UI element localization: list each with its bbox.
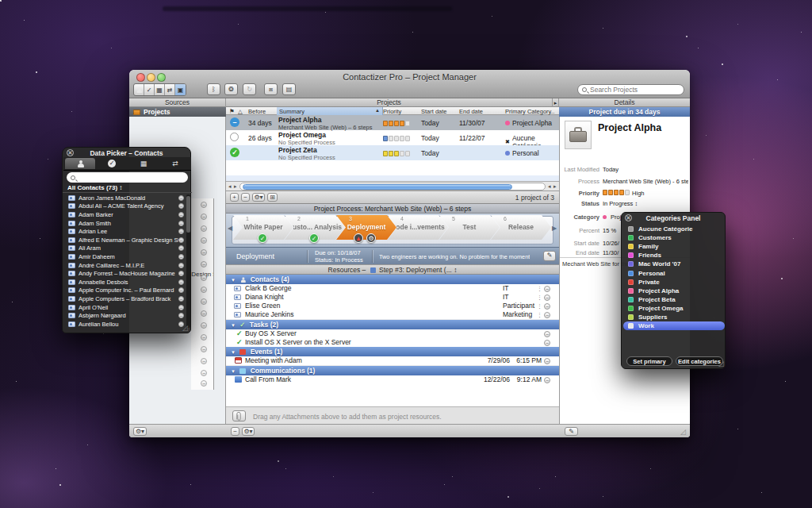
picker-list-header[interactable]: All Contacts (73) ↕ (63, 184, 192, 193)
picker-contact-row[interactable]: André Caillarec – M.I.P.E− (63, 261, 186, 270)
remove-circle-icon[interactable]: − (178, 313, 184, 318)
status-paused-icon[interactable]: – (230, 117, 239, 127)
picker-contact-row[interactable]: Apple Computer Inc. – Paul Bernard− (63, 287, 186, 295)
disclosure-triangle-icon[interactable]: ▼ (231, 369, 236, 374)
contacts-group-bar[interactable]: ▼ Contacts (4) (226, 275, 559, 284)
resize-grip[interactable]: ◿ (680, 428, 686, 436)
scrollbar-thumb[interactable] (243, 184, 512, 190)
remove-circle-icon[interactable]: − (544, 286, 550, 292)
table-row-project-omega[interactable]: 26 days Project OmegaNo Specified Proces… (226, 130, 559, 145)
resize-grip[interactable]: ◿ (718, 360, 724, 368)
scroll-left-icon[interactable]: ◂ (228, 183, 232, 190)
resources-header[interactable]: Resources – Step #3: Deployment (... ↕ (226, 264, 559, 275)
tab-calendar[interactable]: ▦ (128, 157, 159, 170)
category-item[interactable]: Mac World '07 (623, 260, 725, 268)
col-primary-category[interactable]: Primary Category (505, 108, 551, 115)
picker-contact-row[interactable]: Asbjørn Nørgaard− (63, 311, 186, 320)
import-button[interactable]: ⧈ (264, 83, 278, 95)
status-open-icon[interactable] (230, 133, 239, 141)
picker-contact-row[interactable]: Amir Daheem− (63, 252, 186, 261)
remove-circle-icon[interactable]: − (178, 203, 184, 209)
alert-column-icon[interactable]: △ (238, 108, 243, 115)
start-date-value[interactable]: 10/26/ (603, 240, 619, 247)
remove-circle-icon[interactable]: − (178, 229, 184, 234)
disclosure-triangle-icon[interactable]: ▼ (231, 350, 236, 355)
picker-contact-row[interactable]: Ali Aram− (63, 244, 186, 253)
contact-row[interactable]: Maurice JenkinsMarketing ⋮− (226, 310, 559, 319)
scrollbar-track[interactable] (239, 183, 546, 190)
communication-row[interactable]: Call From Mark 12/22/06 9:12 AM − (226, 375, 559, 384)
picker-search-field[interactable] (67, 172, 188, 183)
category-item[interactable]: Aucune Catégorie (623, 225, 725, 233)
remove-circle-icon[interactable]: − (178, 279, 184, 285)
category-item[interactable]: Project Omega (623, 304, 725, 313)
contact-row[interactable]: Clark B GeorgeIT ⋮− (226, 284, 559, 293)
table-hscrollbar[interactable]: ◂ ▸ ◂ ▸ (226, 181, 559, 190)
projects-view-icon[interactable]: ▣ (175, 84, 186, 95)
picker-contact-row[interactable]: Annabelle Desbois− (63, 278, 186, 287)
remove-circle-icon[interactable]: − (178, 212, 184, 217)
category-item[interactable]: Suppliers (623, 313, 725, 321)
contact-row[interactable]: Diana KnightIT ⋮− (226, 293, 559, 302)
remove-circle-icon[interactable]: − (178, 271, 184, 276)
scrollbar-thumb[interactable] (186, 196, 190, 233)
col-end-date[interactable]: End date (459, 108, 483, 115)
search-field[interactable] (577, 84, 684, 95)
category-item[interactable]: Personal (623, 268, 725, 277)
scroll-right-icon[interactable]: ▸ (234, 183, 237, 190)
archive-button[interactable]: ▤ (282, 83, 296, 95)
end-date-value[interactable]: 11/30/ (603, 249, 619, 256)
sync-button[interactable]: ↻ (243, 83, 256, 95)
remove-circle-icon[interactable]: − (544, 340, 550, 346)
set-primary-button[interactable]: Set primary (626, 356, 672, 366)
edit-step-button[interactable]: ✎ (543, 251, 556, 261)
category-item[interactable]: Friends (623, 251, 725, 260)
edit-details-button[interactable]: ✎ (565, 427, 578, 436)
step-gear-icon[interactable]: ⚙ (366, 233, 376, 243)
remove-circle-icon[interactable]: − (544, 377, 550, 383)
scroll-right-icon[interactable]: ▸ (553, 183, 557, 190)
remove-circle-icon[interactable]: − (544, 358, 550, 364)
picker-contact-row[interactable]: Aaron James MacDonald− (63, 194, 186, 202)
percent-value[interactable]: 15 % (603, 227, 616, 234)
remove-circle-icon[interactable]: − (178, 263, 184, 268)
picker-contact-row[interactable]: Apple Computers – Bradford Brack− (63, 294, 186, 303)
pane-expand-button[interactable]: ▸ (553, 98, 559, 107)
sidebar-item-projects[interactable]: Projects (129, 107, 226, 117)
communications-group-bar[interactable]: ▼ Communications (1) (226, 366, 559, 375)
flow-next-icon[interactable]: ▶ (552, 225, 557, 232)
edit-categories-button[interactable]: Edit categories (676, 356, 723, 366)
sources-gear-button[interactable]: ⚙▾ (133, 427, 147, 436)
tasks-group-bar[interactable]: ▼ ✓ Tasks (2) (226, 320, 559, 329)
more-icon[interactable]: ⋮ (537, 302, 542, 310)
remove-circle-icon[interactable]: − (544, 294, 550, 301)
remove-circle-icon[interactable]: − (178, 237, 184, 243)
col-overflow[interactable]: ... (550, 108, 554, 115)
remove-circle-icon[interactable]: − (178, 254, 184, 260)
search-input[interactable] (588, 85, 676, 94)
category-item-selected[interactable]: Work (623, 321, 725, 330)
task-check-icon[interactable]: ✓ (236, 329, 243, 338)
sort-toggle-icon[interactable]: ↕ (454, 266, 457, 274)
tasks-view-icon[interactable]: ✓ (144, 84, 155, 95)
category-item[interactable]: Family (623, 242, 725, 251)
view-mode-button[interactable]: ⊞ (267, 193, 278, 202)
add-project-button[interactable]: + (230, 193, 239, 202)
category-item[interactable]: Private (623, 278, 725, 287)
resize-grip[interactable]: ◿ (182, 324, 188, 332)
picker-contact-row[interactable]: Adam Barker− (63, 210, 186, 219)
col-start-date[interactable]: Start date (421, 108, 447, 115)
tab-tasks[interactable]: ✓ (96, 157, 128, 170)
remove-circle-icon[interactable]: − (178, 245, 184, 251)
actions-button[interactable]: ❂ (224, 83, 238, 95)
gear-menu-button[interactable]: ⚙▾ (252, 193, 265, 202)
more-icon[interactable]: ⋮ (537, 293, 542, 302)
event-row[interactable]: Meeting with Adam 7/29/06 6:15 PM − (226, 356, 559, 365)
picker-scrollbar[interactable] (186, 194, 190, 328)
picker-contact-row[interactable]: Abdul Ali – ACME Talent Agency− (63, 202, 186, 211)
remove-circle-icon[interactable]: − (178, 221, 184, 226)
events-group-bar[interactable]: ▼ Events (1) (226, 347, 559, 356)
remove-circle-icon[interactable]: − (178, 296, 184, 302)
status-value[interactable]: In Progress ↕ (603, 200, 638, 207)
tab-sync[interactable]: ⇄ (159, 157, 191, 170)
